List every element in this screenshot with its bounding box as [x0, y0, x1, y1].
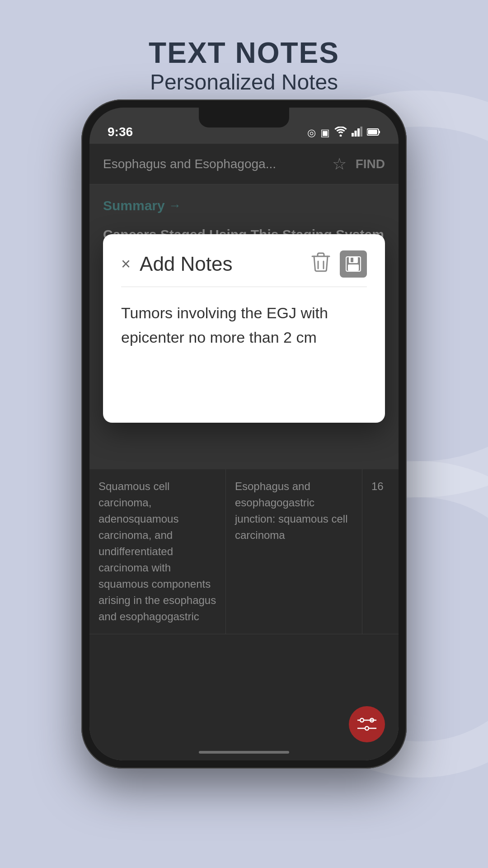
svg-rect-5: [379, 131, 380, 133]
svg-rect-6: [368, 130, 377, 134]
modal-header: × Add Notes: [103, 234, 385, 287]
delete-button[interactable]: [311, 251, 331, 277]
phone-body: 9:36 ◎ ▣: [81, 99, 407, 769]
status-icon-sim: ▣: [320, 127, 330, 139]
svg-rect-2: [357, 128, 360, 137]
wifi-icon: [334, 127, 347, 139]
svg-rect-0: [352, 133, 354, 137]
phone-screen: 9:36 ◎ ▣: [89, 108, 399, 760]
close-button[interactable]: ×: [121, 256, 131, 272]
app-content: Esophagus and Esophagoga... ☆ FIND Summa…: [89, 144, 399, 760]
signal-icon: [352, 127, 362, 139]
svg-rect-3: [361, 127, 363, 137]
page-header: TEXT NOTES Personalized Notes: [0, 0, 488, 113]
status-icons: ◎ ▣: [307, 127, 380, 139]
phone-frame: 9:36 ◎ ▣: [81, 99, 407, 787]
battery-icon: [367, 127, 380, 139]
svg-rect-1: [355, 131, 357, 137]
add-notes-modal: × Add Notes: [103, 234, 385, 423]
status-icon-circle: ◎: [307, 127, 316, 139]
filter-button[interactable]: [349, 706, 385, 742]
status-time: 9:36: [108, 125, 133, 139]
page-title: TEXT NOTES: [0, 36, 488, 70]
save-button[interactable]: [340, 250, 367, 278]
svg-rect-10: [351, 258, 353, 262]
modal-title: Add Notes: [140, 253, 302, 275]
modal-body[interactable]: Tumors involving the EGJ with epicenter …: [103, 287, 385, 423]
page-subtitle: Personalized Notes: [0, 70, 488, 94]
note-content[interactable]: Tumors involving the EGJ with epicenter …: [121, 301, 367, 350]
svg-rect-9: [348, 264, 359, 271]
phone-notch: [199, 108, 289, 127]
